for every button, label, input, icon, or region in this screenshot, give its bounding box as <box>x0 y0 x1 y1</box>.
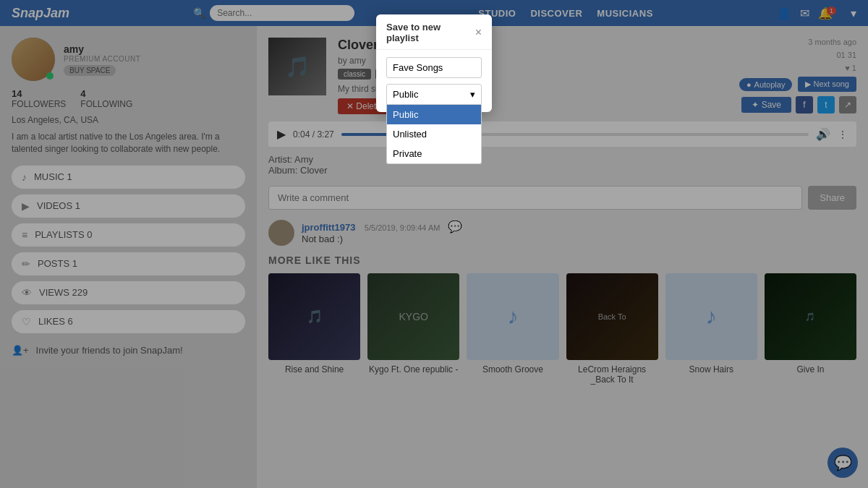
modal-header: Save to new playlist × <box>376 14 492 50</box>
modal-title: Save to new playlist <box>386 22 475 43</box>
dropdown-options-list: Public Unlisted Private <box>386 105 482 164</box>
modal-overlay: Save to new playlist × Public ▾ Public U… <box>0 0 868 488</box>
playlist-name-input[interactable] <box>386 57 482 78</box>
visibility-dropdown-wrapper: Public ▾ Public Unlisted Private <box>386 84 482 105</box>
option-public[interactable]: Public <box>387 105 481 124</box>
option-unlisted[interactable]: Unlisted <box>387 124 481 144</box>
modal-body: Public ▾ Public Unlisted Private <box>376 50 492 112</box>
modal-close-button[interactable]: × <box>475 27 482 38</box>
save-playlist-modal: Save to new playlist × Public ▾ Public U… <box>376 14 492 112</box>
dropdown-current-value: Public <box>393 89 418 100</box>
option-private[interactable]: Private <box>387 144 481 163</box>
visibility-dropdown[interactable]: Public ▾ <box>386 84 482 105</box>
dropdown-arrow-icon: ▾ <box>470 89 475 100</box>
